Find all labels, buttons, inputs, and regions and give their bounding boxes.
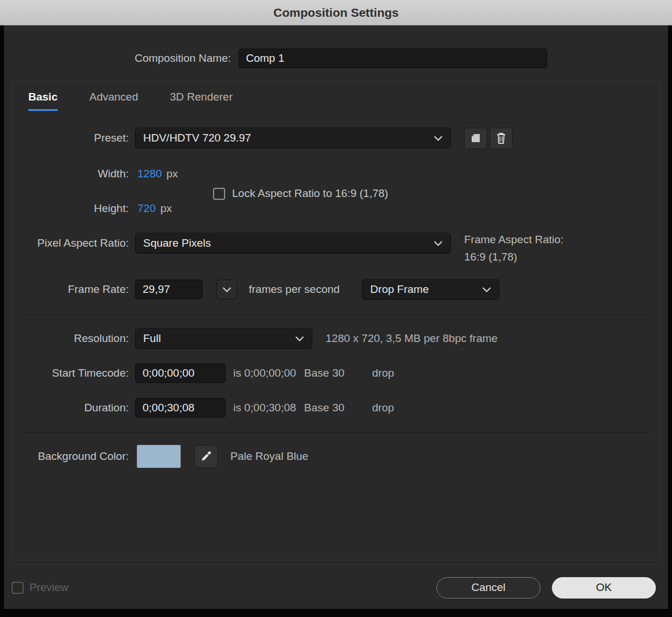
dialog-footer: Preview Cancel OK [12,577,656,599]
chevron-down-icon [482,287,491,292]
start-timecode-base: Base 30 [304,367,345,380]
cancel-button[interactable]: Cancel [436,577,540,599]
delete-preset-button[interactable] [490,128,513,149]
preview-group: Preview [12,581,69,594]
start-timecode-input[interactable] [135,363,226,383]
width-unit: px [166,168,178,180]
resolution-value: Full [143,332,161,345]
composition-name-label: Composition Name: [0,52,231,65]
background-color-label: Background Color: [12,450,129,463]
preview-label: Preview [29,581,69,594]
frame-rate-input[interactable] [135,280,203,299]
pixel-aspect-ratio-select[interactable]: Square Pixels [135,233,451,254]
composition-settings-dialog: Composition Settings Composition Name: B… [0,0,672,617]
resolution-info: 1280 x 720, 3,5 MB per 8bpc frame [326,332,498,345]
tab-bar: Basic Advanced 3D Renderer [12,91,660,111]
tab-basic[interactable]: Basic [28,91,58,111]
height-label: Height: [12,202,129,215]
duration-drop: drop [372,402,394,414]
background-color-name: Pale Royal Blue [230,450,308,463]
lock-aspect-row: Lock Aspect Ratio to 16:9 (1,78) [213,185,388,202]
dialog-title: Composition Settings [274,6,399,20]
eyedropper-icon [200,450,212,463]
window-frame-left [0,25,4,617]
width-label: Width: [12,168,129,180]
preset-select[interactable]: HDV/HDTV 720 29.97 [135,128,451,148]
lock-aspect-checkbox[interactable] [213,188,225,200]
duration-info: is 0;00;30;08 [233,402,296,414]
save-preset-button[interactable] [464,128,487,149]
chevron-down-icon [295,336,304,341]
drop-frame-value: Drop Frame [370,283,428,296]
dialog-body: Composition Name: Basic Advanced 3D Rend… [0,25,672,609]
dialog-titlebar: Composition Settings [0,0,672,25]
duration-base: Base 30 [304,402,345,414]
height-unit: px [160,202,172,215]
drop-frame-select[interactable]: Drop Frame [362,279,499,300]
window-frame-right [668,25,672,617]
ok-button[interactable]: OK [552,577,656,599]
frames-per-second-label: frames per second [249,283,339,296]
frame-rate-dropdown-button[interactable] [216,280,237,299]
resolution-label: Resolution: [12,332,129,345]
tab-advanced[interactable]: Advanced [89,91,139,111]
chevron-down-icon [222,287,232,292]
chevron-down-icon [434,136,443,141]
window-frame-bottom [0,609,672,617]
eyedropper-button[interactable] [195,445,218,468]
frame-aspect-ratio-value: 16:9 (1,78) [464,248,563,266]
pixel-aspect-ratio-value: Square Pixels [143,237,211,250]
duration-input[interactable] [135,398,226,418]
lock-aspect-label: Lock Aspect Ratio to 16:9 (1,78) [232,187,388,200]
tab-3d-renderer[interactable]: 3D Renderer [170,91,233,111]
divider [24,432,649,433]
frame-aspect-ratio: Frame Aspect Ratio: 16:9 (1,78) [464,231,563,266]
start-timecode-label: Start Timecode: [12,367,129,380]
frame-aspect-ratio-label: Frame Aspect Ratio: [464,231,563,248]
settings-panel: Basic Advanced 3D Renderer Preset: HDV/H… [12,81,660,560]
resolution-select[interactable]: Full [135,328,312,349]
preview-checkbox[interactable] [12,582,24,594]
background-color-swatch[interactable] [137,445,181,468]
preset-value: HDV/HDTV 720 29.97 [143,132,251,144]
divider [24,314,649,315]
start-timecode-drop: drop [372,367,394,380]
trash-icon [495,132,507,144]
start-timecode-info: is 0;00;00;00 [233,367,296,380]
width-value[interactable]: 1280 [137,168,162,180]
save-preset-icon [470,132,481,144]
preset-label: Preset: [12,132,129,144]
duration-label: Duration: [12,402,129,414]
pixel-aspect-ratio-label: Pixel Aspect Ratio: [12,237,129,250]
composition-name-input[interactable] [238,49,547,68]
frame-rate-label: Frame Rate: [12,283,129,296]
chevron-down-icon [434,241,443,246]
height-value[interactable]: 720 [137,202,156,215]
